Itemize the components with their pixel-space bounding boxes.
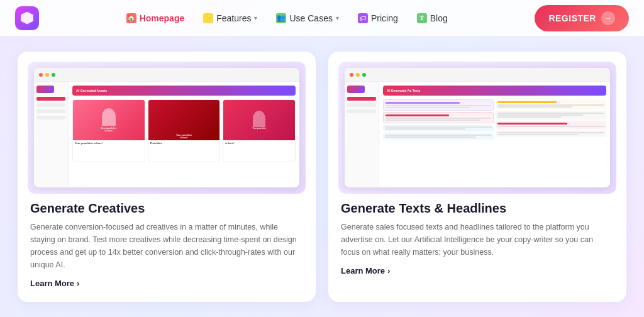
mock-main-content: AI-Generated Assets Your punchlineis her… (69, 82, 299, 187)
usecases-icon: 👥 (276, 13, 286, 23)
nav-links: 🏠 Homepage ⭐ Features ▾ 👥 Use Cases ▾ 🏷 … (119, 9, 455, 27)
main-content: AI-Generated Assets Your punchlineis her… (0, 36, 644, 317)
mock-ad-title-1: Your punchline is here! (75, 142, 143, 145)
pricing-icon: 🏷 (358, 13, 368, 23)
texts-screenshot: AI-Generated Ad Texts (338, 62, 616, 194)
mock-sidebar-item (36, 109, 65, 113)
creatives-card-text: Generate Creatives Generate conversion-f… (28, 194, 306, 292)
nav-homepage-label: Homepage (140, 13, 185, 23)
creatives-card-desc: Generate conversion-focused ad creatives… (30, 221, 303, 271)
mock-header-bar-2: AI-Generated Ad Texts (383, 86, 606, 96)
texts-card: AI-Generated Ad Texts (328, 52, 626, 302)
arrow-right-icon-3: › (387, 266, 390, 275)
nav-pricing[interactable]: 🏷 Pricing (350, 9, 406, 27)
texts-card-desc: Generate sales focused texts and headlin… (341, 221, 614, 259)
nav-pricing-label: Pricing (371, 13, 398, 23)
mock-text-block-3 (383, 125, 494, 131)
arrow-right-icon: → (601, 11, 615, 25)
mock-ad-img-1: Your punchlineis here! (73, 100, 145, 140)
mock-sidebar-item-2 (347, 97, 376, 101)
mock-ad-cards: Your punchlineis here! Your punchline is… (72, 99, 296, 162)
mock-sidebar-item (36, 116, 65, 120)
dot-green (52, 73, 55, 77)
mock-ad-card-2: Your punchlineis here! Punchline (148, 99, 221, 162)
dot-yellow (45, 73, 49, 77)
texts-card-title: Generate Texts & Headlines (341, 201, 614, 216)
mock-header-bar: AI-Generated Assets (72, 86, 296, 96)
mock-header-title: AI-Generated Assets (76, 89, 107, 92)
creatives-learn-more[interactable]: Learn More › (30, 279, 79, 288)
browser-content-2: AI-Generated Ad Texts (345, 82, 610, 187)
browser-bar (34, 68, 299, 82)
mock-sidebar-item (36, 103, 65, 107)
mock-ad-text-2: Punchline (148, 140, 220, 146)
arrow-right-icon-2: › (77, 279, 79, 288)
mock-ad-card-1: Your punchlineis here! Your punchline is… (72, 99, 145, 162)
mock-header-title-2: AI-Generated Ad Texts (387, 89, 420, 92)
creatives-screenshot: AI-Generated Assets Your punchlineis her… (28, 62, 306, 194)
dot-red-2 (350, 73, 353, 77)
mock-ad-title-3: is here! (225, 142, 293, 145)
dot-yellow-2 (356, 73, 360, 77)
dot-green-2 (362, 73, 366, 77)
nav-usecases-label: Use Cases (289, 13, 332, 23)
mock-text-col-2 (496, 99, 606, 182)
mock-ad-img-2: Your punchlineis here! (148, 100, 220, 140)
browser-content: AI-Generated Assets Your punchlineis her… (34, 82, 299, 187)
mock-main-content-2: AI-Generated Ad Texts (379, 82, 610, 187)
creatives-card-title: Generate Creatives (30, 201, 303, 216)
texts-learn-more[interactable]: Learn More › (341, 266, 390, 275)
nav-features-label: Features (216, 13, 251, 23)
mock-ad-text-3: is here! (223, 140, 295, 146)
features-icon: ⭐ (203, 13, 213, 23)
logo-icon (21, 12, 33, 25)
nav-blog-label: Blog (430, 13, 448, 23)
mock-ad-title-2: Punchline (150, 142, 218, 145)
mock-text-block-4 (383, 133, 494, 140)
register-label: REGISTER (548, 13, 596, 23)
nav-usecases[interactable]: 👥 Use Cases ▾ (269, 9, 346, 27)
mock-text-block-6 (496, 111, 606, 120)
logo[interactable] (15, 6, 39, 30)
chevron-down-icon: ▾ (254, 14, 257, 21)
mock-text-col-1 (383, 99, 494, 182)
mock-ad-bg-1: Your punchlineis here! (73, 100, 145, 140)
nav-homepage[interactable]: 🏠 Homepage (119, 9, 192, 27)
mock-ad-img-3: Your punchline (223, 100, 295, 140)
mock-ad-card-3: Your punchline is here! (223, 99, 296, 162)
creatives-learn-more-label: Learn More (30, 279, 74, 288)
navbar: 🏠 Homepage ⭐ Features ▾ 👥 Use Cases ▾ 🏷 … (0, 0, 644, 36)
mock-text-block-1 (383, 99, 494, 111)
register-button[interactable]: REGISTER → (535, 5, 629, 31)
texts-browser-mock: AI-Generated Ad Texts (345, 68, 610, 187)
dot-red (39, 73, 43, 77)
home-icon: 🏠 (126, 13, 136, 23)
mock-text-block-5 (496, 99, 606, 109)
mock-text-block-7 (496, 121, 606, 129)
creatives-card: AI-Generated Assets Your punchlineis her… (18, 52, 316, 302)
mock-text-block-2 (383, 112, 494, 123)
nav-features[interactable]: ⭐ Features ▾ (196, 9, 265, 27)
mock-ad-text-1: Your punchline is here! (73, 140, 145, 146)
mock-text-block-8 (496, 130, 606, 137)
mock-sidebar-2 (345, 82, 379, 187)
texts-card-text: Generate Texts & Headlines Generate sale… (338, 194, 616, 292)
mock-sidebar-item-3 (347, 103, 376, 107)
mock-logo-2 (347, 86, 365, 93)
browser-bar-2 (345, 68, 610, 82)
creatives-browser-mock: AI-Generated Assets Your punchlineis her… (34, 68, 299, 187)
mock-sidebar-item-4 (347, 109, 376, 113)
chevron-down-icon-2: ▾ (336, 14, 339, 21)
mock-sidebar (34, 82, 69, 187)
blog-icon: T (417, 13, 427, 23)
texts-learn-more-label: Learn More (341, 266, 385, 275)
nav-blog[interactable]: T Blog (409, 9, 455, 27)
mock-sidebar-item (36, 97, 65, 101)
mock-logo (36, 86, 54, 93)
mock-text-grid (383, 99, 606, 182)
